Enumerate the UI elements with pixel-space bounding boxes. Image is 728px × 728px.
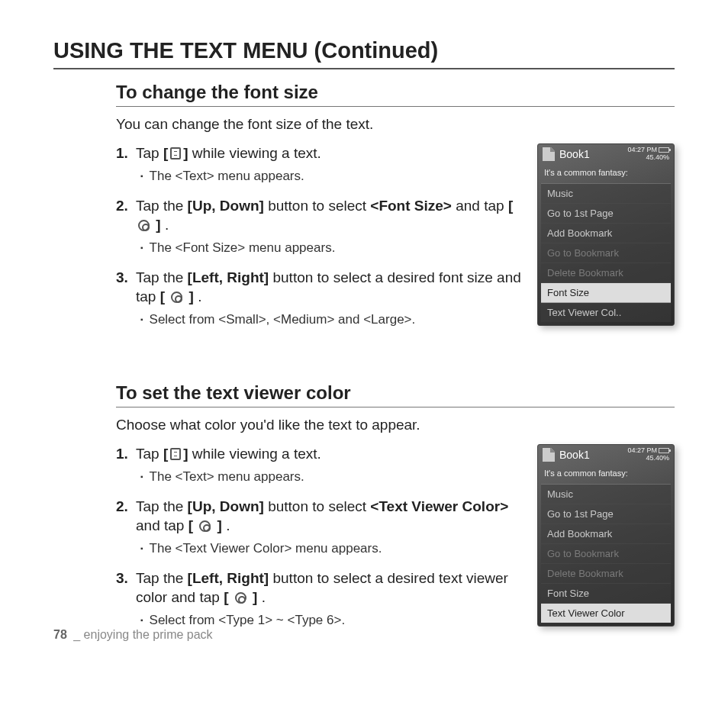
step-item: 2.Tap the [Up, Down] button to select <T… [116,497,523,558]
chapter-name: enjoying the prime pack [84,628,213,641]
device-menu-item: Go to Bookmark [541,544,671,564]
step-item: 3.Tap the [Left, Right] button to select… [116,569,523,630]
page-footer: 78 _ enjoying the prime pack [53,628,213,642]
sub-note: Select from <Type 1> ~ <Type 6>. [140,612,523,630]
sub-note: The <Font Size> menu appears. [140,240,523,257]
device-menu-item: Go to 1st Page [541,504,671,524]
device-book-title: Book1 [559,449,627,461]
footer-sep: _ [73,628,80,641]
device-sample-text: It's a common fantasy: [541,163,671,183]
sub-note: The <Text> menu appears. [140,168,523,185]
select-icon [199,520,211,532]
device-time: 04:27 PM [627,446,657,454]
step-item: 1.Tap [] while viewing a text.The <Text>… [116,143,523,185]
section-text-viewer-color: To set the text viewer color Choose what… [116,382,675,640]
device-menu-item: Font Size [541,584,671,604]
select-icon [138,220,150,231]
device-percent: 45.40% [627,455,669,462]
device-percent: 45.40% [627,154,669,162]
doc-icon [543,147,555,161]
steps-list: 1.Tap [] while viewing a text.The <Text>… [116,444,523,630]
device-screenshot: Book1 04:27 PM 45.40% It's a common fant… [537,444,675,627]
step-item: 1.Tap [] while viewing a text.The <Text>… [116,444,523,486]
device-menu: MusicGo to 1st PageAdd BookmarkGo to Boo… [541,183,671,322]
menu-icon [170,147,181,159]
device-menu-item: Music [541,485,671,504]
menu-icon [170,448,181,460]
device-menu-item: Text Viewer Col.. [541,303,671,322]
device-menu-item: Music [541,184,671,204]
device-menu-item: Go to 1st Page [541,204,671,224]
section-intro: Choose what color you'd like the text to… [116,417,675,433]
device-menu-item: Add Bookmark [541,524,671,544]
device-menu-item: Delete Bookmark [541,263,671,283]
steps-list: 1.Tap [] while viewing a text.The <Text>… [116,143,523,329]
device-menu: MusicGo to 1st PageAdd BookmarkGo to Boo… [541,484,671,623]
sub-note: The <Text Viewer Color> menu appears. [140,540,523,558]
device-book-title: Book1 [559,148,627,160]
step-item: 2.Tap the [Up, Down] button to select <F… [116,196,523,257]
device-time: 04:27 PM [627,146,657,153]
sub-note: Select from <Small>, <Medium> and <Large… [140,311,523,329]
section-font-size: To change the font size You can change t… [116,82,675,340]
device-menu-item: Go to Bookmark [541,243,671,263]
battery-icon [659,147,669,153]
page-number: 78 [53,628,67,641]
step-item: 3.Tap the [Left, Right] button to select… [116,268,523,329]
select-icon [171,292,182,303]
device-menu-item: Text Viewer Color [541,604,671,623]
device-sample-text: It's a common fantasy: [541,464,671,484]
section-intro: You can change the font size of the text… [116,116,675,133]
device-screenshot: Book1 04:27 PM 45.40% It's a common fant… [537,143,675,326]
select-icon [235,592,246,604]
device-menu-item: Font Size [541,283,671,303]
battery-icon [659,448,669,453]
device-menu-item: Add Bookmark [541,224,671,243]
section-title: To change the font size [116,82,675,107]
doc-icon [543,448,555,462]
page-title: USING THE TEXT MENU (Continued) [53,38,675,69]
section-title: To set the text viewer color [116,382,675,407]
device-menu-item: Delete Bookmark [541,564,671,584]
sub-note: The <Text> menu appears. [140,469,523,486]
